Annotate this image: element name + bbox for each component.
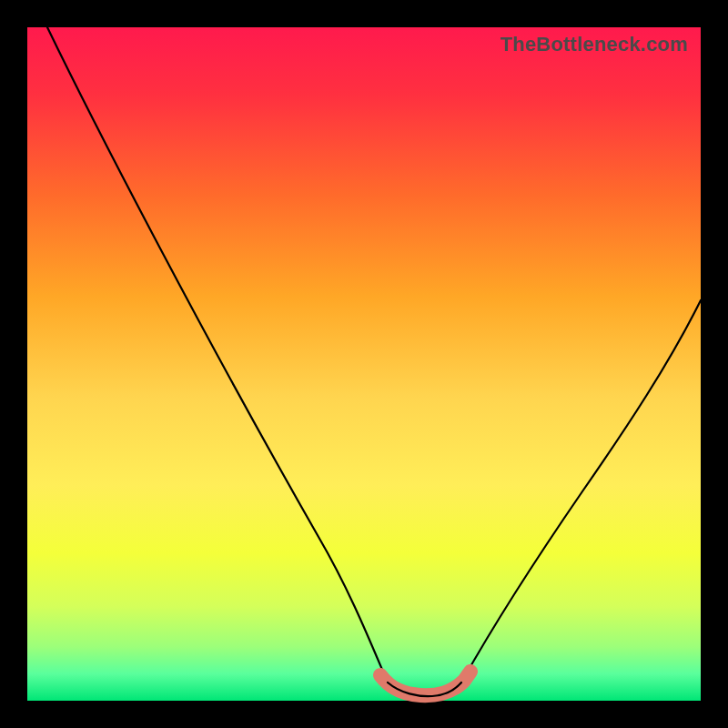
chart-frame: TheBottleneck.com [0,0,728,728]
curve-layer [27,27,701,701]
valley-highlight [380,672,470,695]
curve-left-branch [47,27,388,682]
curve-right-branch [461,300,701,682]
plot-area: TheBottleneck.com [27,27,701,701]
